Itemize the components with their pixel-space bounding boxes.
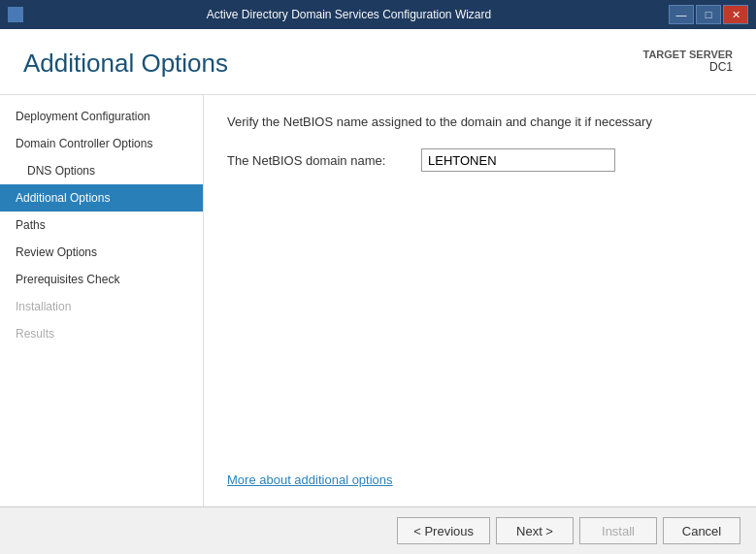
netbios-form-row: The NetBIOS domain name: — [227, 148, 733, 172]
next-button[interactable]: Next > — [496, 517, 574, 544]
sidebar-item-paths[interactable]: Paths — [0, 212, 203, 239]
sidebar-item-dc-options[interactable]: Domain Controller Options — [0, 130, 203, 157]
sidebar-item-results: Results — [0, 320, 203, 347]
target-server-info: TARGET SERVER DC1 — [643, 49, 734, 74]
sidebar-item-prereqs[interactable]: Prerequisites Check — [0, 266, 203, 293]
footer: < Previous Next > Install Cancel — [0, 506, 756, 554]
target-server-label: TARGET SERVER — [643, 49, 734, 60]
sidebar-item-deployment[interactable]: Deployment Configuration — [0, 103, 203, 130]
title-bar: Active Directory Domain Services Configu… — [0, 0, 756, 29]
sidebar-item-additional[interactable]: Additional Options — [0, 184, 203, 212]
target-server-name: DC1 — [643, 60, 734, 74]
window-title: Active Directory Domain Services Configu… — [29, 8, 669, 21]
netbios-label: The NetBIOS domain name: — [227, 153, 421, 168]
app-icon — [8, 7, 23, 22]
cancel-button[interactable]: Cancel — [663, 517, 740, 544]
sidebar: Deployment Configuration Domain Controll… — [0, 95, 204, 506]
page-title: Additional Options — [23, 49, 228, 79]
header-section: Additional Options TARGET SERVER DC1 — [0, 29, 756, 95]
install-button[interactable]: Install — [579, 517, 657, 544]
minimize-button[interactable]: — — [669, 5, 694, 24]
wizard-window: Active Directory Domain Services Configu… — [0, 0, 756, 554]
sidebar-item-installation: Installation — [0, 293, 203, 320]
maximize-button[interactable]: □ — [696, 5, 721, 24]
description-text: Verify the NetBIOS name assigned to the … — [227, 114, 733, 129]
content-panel: Verify the NetBIOS name assigned to the … — [204, 95, 756, 506]
sidebar-item-review[interactable]: Review Options — [0, 239, 203, 266]
previous-button[interactable]: < Previous — [397, 517, 490, 544]
more-about-link[interactable]: More about additional options — [227, 473, 393, 487]
netbios-input[interactable] — [421, 148, 615, 172]
sidebar-item-dns[interactable]: DNS Options — [0, 157, 203, 184]
close-button[interactable]: ✕ — [723, 5, 748, 24]
content-area: Additional Options TARGET SERVER DC1 Dep… — [0, 29, 756, 506]
window-controls: — □ ✕ — [669, 5, 748, 24]
main-content: Deployment Configuration Domain Controll… — [0, 95, 756, 506]
